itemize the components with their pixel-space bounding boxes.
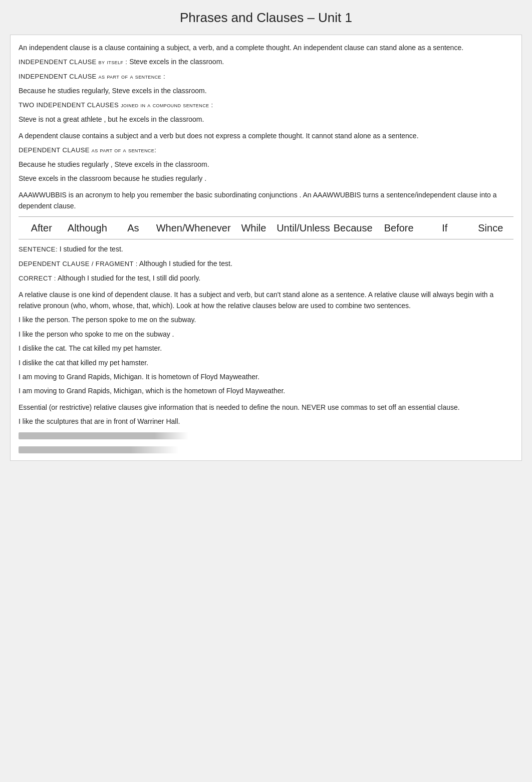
dc-example1: Because he studies regularly , Steve exc… [19,159,513,170]
example-5: I am moving to Grand Rapids, Michigan. I… [19,371,513,382]
fragment-text: Although I studied for the test. [139,259,232,268]
ic-by-itself-example: Steve excels in the classroom. [129,58,224,66]
conjunction-although: Although [65,220,111,236]
example-6: I am moving to Grand Rapids, Michigan, w… [19,385,513,396]
conjunction-when: When/Whenever [156,220,231,236]
ic-by-itself: INDEPENDENT CLAUSE by itself : Steve exc… [19,56,513,68]
fragment-label: DEPENDENT CLAUSE / FRAGMENT : [19,260,138,268]
two-ic: TWO INDEPENDENT CLAUSES joined in a comp… [19,99,513,111]
conjunction-as: As [110,220,156,236]
ic-part-label: INDEPENDENT CLAUSE as part of a sentence… [19,73,165,80]
aaawwubbis-def: AAAWWUBBIS is an acronym to help you rem… [19,189,513,212]
sentence-line: SENTENCE: I studied for the test. [19,243,513,255]
correct-line: CORRECT : Although I studied for the tes… [19,273,513,284]
independent-clause-section: An independent clause is a clause contai… [19,42,513,125]
ic-part: INDEPENDENT CLAUSE as part of a sentence… [19,71,513,82]
conjunction-until: Until/Unless [277,220,330,236]
conjunction-row: After Although As When/Whenever While Un… [19,216,513,239]
dc-example2: Steve excels in the classroom because he… [19,173,513,184]
two-ic-example: Steve is not a great athlete , but he ex… [19,114,513,125]
example-4: I dislike the cat that killed my pet ham… [19,357,513,368]
fragment-line: DEPENDENT CLAUSE / FRAGMENT : Although I… [19,258,513,270]
conjunction-after: After [19,220,65,236]
relative-clause-section: A relative clause is one kind of depende… [19,289,513,397]
correct-label: CORRECT : [19,275,56,282]
page-title: Phrases and Clauses – Unit 1 [10,10,522,26]
dc-part-label: DEPENDENT CLAUSE as part of a sentence: [19,144,513,156]
sentence-label: SENTENCE: [19,245,58,253]
dependent-clause-section: A dependent clause contains a subject an… [19,130,513,184]
correct-text: Although I studied for the test, I still… [58,274,200,282]
essential-clause-section: Essential (or restrictive) relative clau… [19,402,513,427]
dependent-clause-def: A dependent clause contains a subject an… [19,130,513,141]
conjunction-because: Because [330,220,376,236]
blurred-content-area [19,432,513,453]
example-1: I like the person. The person spoke to m… [19,314,513,325]
blurred-line-2 [19,446,179,453]
ic-by-itself-label: INDEPENDENT CLAUSE by itself : [19,58,127,66]
conjunction-if: If [422,220,468,236]
main-content-box: An independent clause is a clause contai… [10,35,522,461]
sentence-text: I studied for the test. [60,245,123,253]
conjunction-before: Before [376,220,422,236]
conjunction-while: While [231,220,277,236]
two-ic-label: TWO INDEPENDENT CLAUSES joined in a comp… [19,101,213,109]
aaawwubbis-section: AAAWWUBBIS is an acronym to help you rem… [19,189,513,212]
sentence-examples-section: SENTENCE: I studied for the test. DEPEND… [19,243,513,284]
relative-clause-def: A relative clause is one kind of depende… [19,289,513,312]
example-3: I dislike the cat. The cat killed my pet… [19,343,513,354]
essential-example: I like the sculptures that are in front … [19,416,513,427]
conjunction-since: Since [468,220,514,236]
example-2: I like the person who spoke to me on the… [19,329,513,340]
ic-part-example: Because he studies regularly, Steve exce… [19,85,513,96]
blurred-line-1 [19,432,189,439]
independent-clause-def: An independent clause is a clause contai… [19,42,513,53]
essential-def: Essential (or restrictive) relative clau… [19,402,513,413]
